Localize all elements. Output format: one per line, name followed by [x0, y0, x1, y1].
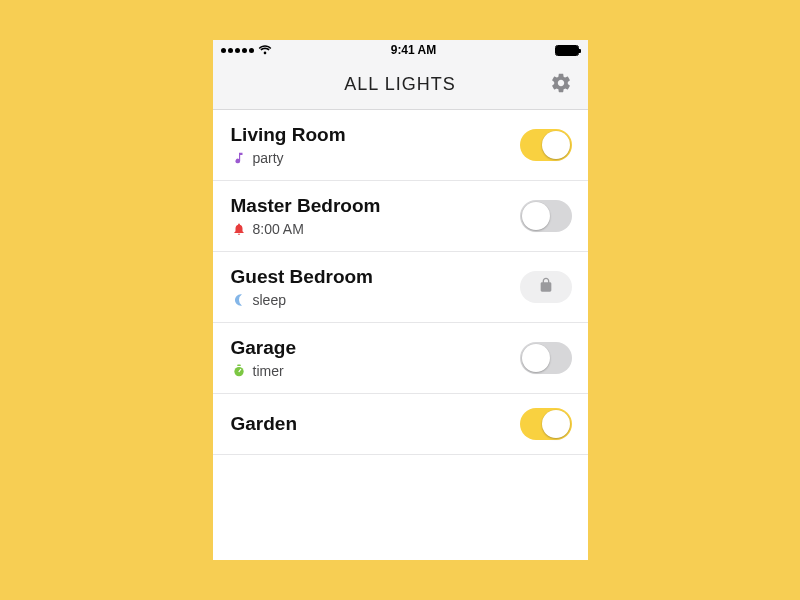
- moon-icon: [231, 292, 247, 308]
- room-row-garage[interactable]: Garage timer: [213, 323, 588, 394]
- page-title: ALL LIGHTS: [344, 74, 455, 95]
- room-sublabel: party: [253, 150, 284, 166]
- bell-icon: [231, 221, 247, 237]
- svg-rect-1: [237, 365, 241, 366]
- light-toggle[interactable]: [520, 342, 572, 374]
- music-note-icon: [231, 150, 247, 166]
- status-bar: 9:41 AM: [213, 40, 588, 60]
- signal-dots-icon: [221, 48, 254, 53]
- rooms-list: Living Room party Master Bedroom 8:00: [213, 110, 588, 560]
- header: ALL LIGHTS: [213, 60, 588, 110]
- light-toggle[interactable]: [520, 129, 572, 161]
- room-name: Master Bedroom: [231, 195, 520, 217]
- room-sublabel: timer: [253, 363, 284, 379]
- room-name: Garden: [231, 413, 520, 435]
- light-toggle[interactable]: [520, 200, 572, 232]
- room-sublabel: 8:00 AM: [253, 221, 304, 237]
- wifi-icon: [258, 45, 272, 55]
- room-name: Garage: [231, 337, 520, 359]
- battery-icon: [555, 45, 579, 56]
- room-row-garden[interactable]: Garden: [213, 394, 588, 455]
- room-name: Guest Bedroom: [231, 266, 520, 288]
- gear-icon: [550, 72, 572, 98]
- room-sublabel: sleep: [253, 292, 286, 308]
- light-toggle[interactable]: [520, 408, 572, 440]
- settings-button[interactable]: [546, 70, 576, 100]
- timer-icon: [231, 363, 247, 379]
- light-locked-indicator: [520, 271, 572, 303]
- room-row-master-bedroom[interactable]: Master Bedroom 8:00 AM: [213, 181, 588, 252]
- lock-icon: [538, 277, 554, 297]
- room-row-living-room[interactable]: Living Room party: [213, 110, 588, 181]
- clock-text: 9:41 AM: [391, 43, 437, 57]
- app-frame: 9:41 AM ALL LIGHTS Living Room: [213, 40, 588, 560]
- room-row-guest-bedroom[interactable]: Guest Bedroom sleep: [213, 252, 588, 323]
- room-name: Living Room: [231, 124, 520, 146]
